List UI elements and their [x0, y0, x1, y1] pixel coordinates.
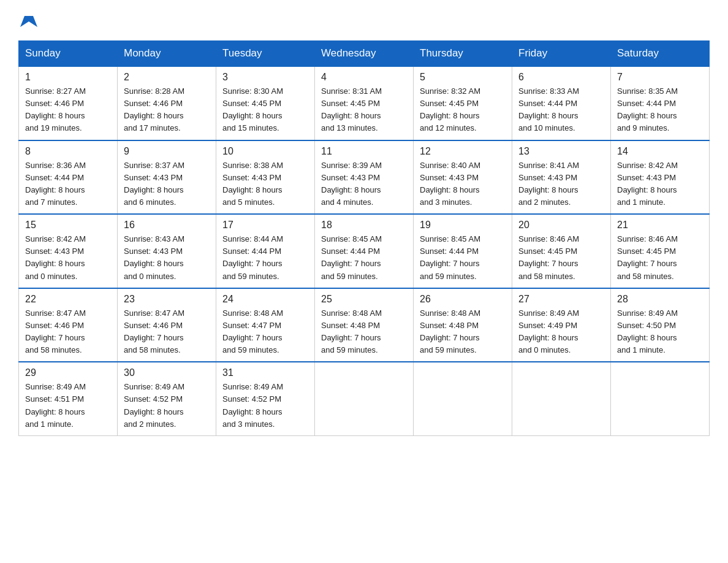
calendar-cell: 6 Sunrise: 8:33 AM Sunset: 4:44 PM Dayli… — [512, 66, 611, 140]
day-info: Sunrise: 8:27 AM Sunset: 4:46 PM Dayligh… — [25, 85, 111, 135]
day-number: 10 — [222, 146, 308, 157]
day-number: 17 — [222, 220, 308, 231]
day-number: 28 — [617, 294, 703, 305]
day-number: 13 — [518, 146, 604, 157]
col-header-sunday: Sunday — [19, 41, 118, 67]
calendar-cell: 25 Sunrise: 8:48 AM Sunset: 4:48 PM Dayl… — [315, 288, 414, 362]
day-info: Sunrise: 8:47 AM Sunset: 4:46 PM Dayligh… — [124, 307, 210, 357]
day-info: Sunrise: 8:42 AM Sunset: 4:43 PM Dayligh… — [25, 233, 111, 283]
day-number: 25 — [321, 294, 407, 305]
day-number: 30 — [124, 367, 210, 378]
calendar-cell: 18 Sunrise: 8:45 AM Sunset: 4:44 PM Dayl… — [315, 214, 414, 288]
day-info: Sunrise: 8:44 AM Sunset: 4:44 PM Dayligh… — [222, 233, 308, 283]
day-number: 31 — [222, 367, 308, 378]
calendar-cell: 26 Sunrise: 8:48 AM Sunset: 4:48 PM Dayl… — [414, 288, 512, 362]
day-number: 18 — [321, 220, 407, 231]
calendar-cell: 23 Sunrise: 8:47 AM Sunset: 4:46 PM Dayl… — [118, 288, 216, 362]
calendar-cell — [512, 362, 611, 435]
calendar-cell: 21 Sunrise: 8:46 AM Sunset: 4:45 PM Dayl… — [611, 214, 710, 288]
calendar-cell: 17 Sunrise: 8:44 AM Sunset: 4:44 PM Dayl… — [216, 214, 315, 288]
day-info: Sunrise: 8:46 AM Sunset: 4:45 PM Dayligh… — [518, 233, 604, 283]
calendar-week-row: 15 Sunrise: 8:42 AM Sunset: 4:43 PM Dayl… — [19, 214, 710, 288]
day-info: Sunrise: 8:45 AM Sunset: 4:44 PM Dayligh… — [321, 233, 407, 283]
day-number: 11 — [321, 146, 407, 157]
calendar-header-row: SundayMondayTuesdayWednesdayThursdayFrid… — [19, 41, 710, 67]
calendar-cell: 22 Sunrise: 8:47 AM Sunset: 4:46 PM Dayl… — [19, 288, 118, 362]
day-info: Sunrise: 8:49 AM Sunset: 4:52 PM Dayligh… — [124, 381, 210, 431]
calendar-cell — [414, 362, 512, 435]
day-info: Sunrise: 8:28 AM Sunset: 4:46 PM Dayligh… — [124, 85, 210, 135]
day-number: 4 — [321, 72, 407, 83]
day-number: 15 — [25, 220, 111, 231]
day-number: 8 — [25, 146, 111, 157]
day-info: Sunrise: 8:37 AM Sunset: 4:43 PM Dayligh… — [124, 159, 210, 209]
calendar-cell: 30 Sunrise: 8:49 AM Sunset: 4:52 PM Dayl… — [118, 362, 216, 435]
day-number: 22 — [25, 294, 111, 305]
day-info: Sunrise: 8:32 AM Sunset: 4:45 PM Dayligh… — [420, 85, 506, 135]
day-number: 12 — [420, 146, 506, 157]
day-number: 24 — [222, 294, 308, 305]
calendar-cell: 19 Sunrise: 8:45 AM Sunset: 4:44 PM Dayl… — [414, 214, 512, 288]
day-info: Sunrise: 8:47 AM Sunset: 4:46 PM Dayligh… — [25, 307, 111, 357]
col-header-tuesday: Tuesday — [216, 41, 315, 67]
day-info: Sunrise: 8:49 AM Sunset: 4:52 PM Dayligh… — [222, 381, 308, 431]
day-info: Sunrise: 8:41 AM Sunset: 4:43 PM Dayligh… — [518, 159, 604, 209]
calendar-cell: 13 Sunrise: 8:41 AM Sunset: 4:43 PM Dayl… — [512, 140, 611, 215]
calendar-cell: 12 Sunrise: 8:40 AM Sunset: 4:43 PM Dayl… — [414, 140, 512, 215]
day-info: Sunrise: 8:45 AM Sunset: 4:44 PM Dayligh… — [420, 233, 506, 283]
calendar-cell: 9 Sunrise: 8:37 AM Sunset: 4:43 PM Dayli… — [118, 140, 216, 215]
day-info: Sunrise: 8:48 AM Sunset: 4:48 PM Dayligh… — [321, 307, 407, 357]
calendar-cell: 5 Sunrise: 8:32 AM Sunset: 4:45 PM Dayli… — [414, 66, 512, 140]
calendar-cell: 20 Sunrise: 8:46 AM Sunset: 4:45 PM Dayl… — [512, 214, 611, 288]
day-number: 26 — [420, 294, 506, 305]
day-number: 9 — [124, 146, 210, 157]
calendar-cell: 8 Sunrise: 8:36 AM Sunset: 4:44 PM Dayli… — [19, 140, 118, 215]
col-header-friday: Friday — [512, 41, 611, 67]
day-number: 16 — [124, 220, 210, 231]
calendar-cell — [315, 362, 414, 435]
calendar-cell: 11 Sunrise: 8:39 AM Sunset: 4:43 PM Dayl… — [315, 140, 414, 215]
day-number: 21 — [617, 220, 703, 231]
calendar-cell: 1 Sunrise: 8:27 AM Sunset: 4:46 PM Dayli… — [19, 66, 118, 140]
day-number: 23 — [124, 294, 210, 305]
day-number: 27 — [518, 294, 604, 305]
calendar-week-row: 22 Sunrise: 8:47 AM Sunset: 4:46 PM Dayl… — [19, 288, 710, 362]
calendar-cell: 10 Sunrise: 8:38 AM Sunset: 4:43 PM Dayl… — [216, 140, 315, 215]
col-header-monday: Monday — [118, 41, 216, 67]
day-info: Sunrise: 8:35 AM Sunset: 4:44 PM Dayligh… — [617, 85, 703, 135]
calendar-week-row: 29 Sunrise: 8:49 AM Sunset: 4:51 PM Dayl… — [19, 362, 710, 435]
calendar-week-row: 8 Sunrise: 8:36 AM Sunset: 4:44 PM Dayli… — [19, 140, 710, 215]
calendar-table: SundayMondayTuesdayWednesdayThursdayFrid… — [18, 40, 710, 436]
day-number: 29 — [25, 367, 111, 378]
calendar-cell: 28 Sunrise: 8:49 AM Sunset: 4:50 PM Dayl… — [611, 288, 710, 362]
day-number: 5 — [420, 72, 506, 83]
calendar-cell: 4 Sunrise: 8:31 AM Sunset: 4:45 PM Dayli… — [315, 66, 414, 140]
day-info: Sunrise: 8:49 AM Sunset: 4:51 PM Dayligh… — [25, 381, 111, 431]
day-info: Sunrise: 8:49 AM Sunset: 4:50 PM Dayligh… — [617, 307, 703, 357]
day-info: Sunrise: 8:43 AM Sunset: 4:43 PM Dayligh… — [124, 233, 210, 283]
calendar-cell: 3 Sunrise: 8:30 AM Sunset: 4:45 PM Dayli… — [216, 66, 315, 140]
day-number: 1 — [25, 72, 111, 83]
svg-marker-0 — [20, 16, 37, 27]
page-header — [18, 12, 710, 28]
day-info: Sunrise: 8:42 AM Sunset: 4:43 PM Dayligh… — [617, 159, 703, 209]
day-number: 6 — [518, 72, 604, 83]
day-info: Sunrise: 8:46 AM Sunset: 4:45 PM Dayligh… — [617, 233, 703, 283]
day-info: Sunrise: 8:38 AM Sunset: 4:43 PM Dayligh… — [222, 159, 308, 209]
calendar-cell — [611, 362, 710, 435]
day-info: Sunrise: 8:48 AM Sunset: 4:48 PM Dayligh… — [420, 307, 506, 357]
calendar-cell: 2 Sunrise: 8:28 AM Sunset: 4:46 PM Dayli… — [118, 66, 216, 140]
day-info: Sunrise: 8:39 AM Sunset: 4:43 PM Dayligh… — [321, 159, 407, 209]
day-info: Sunrise: 8:48 AM Sunset: 4:47 PM Dayligh… — [222, 307, 308, 357]
day-number: 20 — [518, 220, 604, 231]
calendar-cell: 14 Sunrise: 8:42 AM Sunset: 4:43 PM Dayl… — [611, 140, 710, 215]
day-info: Sunrise: 8:40 AM Sunset: 4:43 PM Dayligh… — [420, 159, 506, 209]
day-info: Sunrise: 8:30 AM Sunset: 4:45 PM Dayligh… — [222, 85, 308, 135]
calendar-cell: 31 Sunrise: 8:49 AM Sunset: 4:52 PM Dayl… — [216, 362, 315, 435]
day-info: Sunrise: 8:31 AM Sunset: 4:45 PM Dayligh… — [321, 85, 407, 135]
logo-triangle-icon — [20, 12, 38, 31]
day-number: 7 — [617, 72, 703, 83]
col-header-thursday: Thursday — [414, 41, 512, 67]
calendar-cell: 7 Sunrise: 8:35 AM Sunset: 4:44 PM Dayli… — [611, 66, 710, 140]
day-number: 19 — [420, 220, 506, 231]
